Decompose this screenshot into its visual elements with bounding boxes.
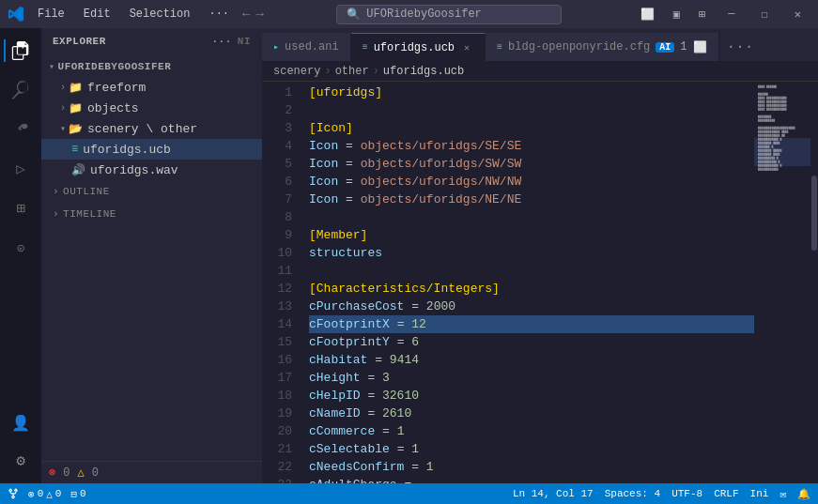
code-line[interactable]: Icon = objects/uforidgs/SE/SE [309, 137, 754, 155]
code-editor[interactable]: 1234567891011121314151617181920212223 [u… [262, 82, 818, 483]
layout-icon-3[interactable]: ⊞ [693, 8, 711, 22]
line-ending[interactable]: CRLF [714, 488, 738, 499]
layout-icon-2[interactable]: ▣ [668, 8, 686, 22]
minimap: ████ ██████ ██████ ████ ████████████ ███… [754, 82, 810, 483]
tab-close-btn[interactable]: ✕ [460, 41, 473, 54]
notification-icon[interactable]: 🔔 [797, 488, 810, 500]
warning-count-status: 0 [55, 488, 62, 499]
activity-source-control[interactable] [4, 113, 38, 146]
code-line[interactable]: Icon = objects/uforidgs/NE/NE [309, 191, 754, 208]
root-folder-label: UFORIDEBYGOOSIFER [58, 61, 172, 72]
tree-uforidgs-wav[interactable]: 🔊 uforidgs.wav [41, 160, 262, 180]
code-token: cAdultCharge [309, 476, 397, 483]
activity-settings[interactable]: ⚙ [4, 444, 38, 478]
ai-badge: AI [656, 42, 674, 53]
menu-edit[interactable]: Edit [76, 6, 118, 23]
status-no-lint[interactable]: ⊟ 0 [70, 488, 85, 500]
code-token: 1 [426, 458, 434, 476]
editor-scrollbar[interactable] [810, 82, 818, 483]
tab-used-ani[interactable]: ▸ used.ani [262, 33, 351, 61]
line-number: 22 [262, 458, 292, 476]
code-line[interactable] [309, 262, 754, 280]
language-mode[interactable]: Ini [750, 488, 769, 499]
tree-objects[interactable]: › 📁 objects [41, 98, 262, 118]
tree-freeform[interactable]: › 📁 freeform [41, 77, 262, 98]
warning-count: 0 [92, 466, 99, 480]
breadcrumb-scenery[interactable]: scenery [273, 65, 320, 78]
code-content[interactable]: [uforidgs] [Icon]Icon = objects/uforidgs… [301, 82, 754, 483]
activity-search[interactable] [4, 73, 38, 107]
code-line[interactable]: cHeight = 3 [309, 369, 754, 387]
vscode-icon [8, 6, 24, 23]
status-errors[interactable]: ⊗ 0 △ 0 [28, 488, 61, 500]
cursor-position[interactable]: Ln 14, Col 17 [513, 488, 594, 499]
code-line[interactable]: cFootprintX = 12 [309, 315, 754, 333]
code-token: structures [309, 244, 382, 262]
sidebar-more-icon[interactable]: ··· [211, 36, 231, 47]
code-line[interactable] [309, 208, 754, 226]
maximize-btn[interactable]: ☐ [752, 8, 778, 22]
code-line[interactable]: structures [309, 244, 754, 262]
activity-explorer[interactable] [4, 34, 38, 68]
tree-root[interactable]: ▾ UFORIDEBYGOOSIFER [41, 56, 262, 77]
menu-selection[interactable]: Selection [122, 6, 198, 23]
sidebar-timeline[interactable]: › Timeline [41, 203, 262, 225]
code-line[interactable]: cHabitat = 9414 [309, 351, 754, 369]
spaces-info[interactable]: Spaces: 4 [605, 488, 660, 499]
code-token: 32610 [382, 387, 419, 405]
code-line[interactable]: cNameID = 2610 [309, 405, 754, 422]
code-token: cNameID [309, 405, 361, 422]
tab-more-btn[interactable]: ··· [719, 33, 762, 61]
code-line[interactable]: cNeedsConfirm = 1 [309, 458, 754, 476]
code-line[interactable] [309, 101, 754, 119]
code-line[interactable]: cAdultCharge = ... [309, 476, 754, 483]
nav-forward[interactable]: → [255, 7, 263, 22]
code-line[interactable]: [Icon] [309, 119, 754, 137]
activity-run[interactable]: ▷ [4, 152, 38, 186]
code-line[interactable]: cCommerce = 1 [309, 422, 754, 440]
tab-bldg-openponyride[interactable]: ≡ bldg-openponyride.cfg AI 1 ⬜ [486, 33, 718, 61]
close-btn[interactable]: ✕ [785, 8, 810, 22]
line-number: 16 [262, 351, 292, 369]
activity-bar-bottom: 👤 ⚙ [4, 406, 38, 478]
code-line[interactable]: Icon = objects/uforidgs/SW/SW [309, 155, 754, 173]
freeform-label: freeform [87, 81, 146, 95]
code-token: = [361, 369, 382, 387]
line-number: 1 [262, 84, 292, 101]
layout-split-icon[interactable]: ⬜ [693, 40, 707, 54]
code-line[interactable]: [uforidgs] [309, 84, 754, 101]
code-token: = [338, 137, 360, 155]
code-line[interactable]: cSelectable = 1 [309, 440, 754, 458]
code-line[interactable]: cHelpID = 32610 [309, 387, 754, 405]
activity-extensions[interactable]: ⊞ [4, 191, 38, 225]
sidebar-outline[interactable]: › Outline [41, 180, 262, 203]
code-line[interactable]: cPurchaseCost = 2000 [309, 298, 754, 315]
search-input[interactable]: 🔍 UFORidebyGoosifer [336, 5, 562, 24]
tree-scenery-other[interactable]: ▾ 📂 scenery \ other [41, 118, 262, 139]
line-number: 19 [262, 405, 292, 422]
nav-back[interactable]: ← [242, 7, 250, 22]
chevron-down-icon: ▾ [49, 61, 55, 72]
code-line[interactable]: [Member] [309, 226, 754, 244]
menu-file[interactable]: File [30, 6, 72, 23]
code-token: = [404, 298, 425, 315]
feedback-icon[interactable]: ✉ [779, 488, 786, 500]
line-number: 10 [262, 244, 292, 262]
breadcrumb-other[interactable]: other [335, 65, 369, 78]
minimize-btn[interactable]: ─ [718, 8, 744, 21]
code-token: = [390, 315, 411, 333]
menu-more[interactable]: ··· [201, 6, 237, 23]
layout-icon-1[interactable]: ⬜ [635, 8, 660, 22]
activity-account[interactable]: 👤 [4, 406, 38, 440]
code-line[interactable]: cFootprintY = 6 [309, 333, 754, 351]
activity-remote[interactable]: ⊙ [4, 231, 38, 265]
code-token: = [375, 422, 396, 440]
breadcrumb-file[interactable]: uforidgs.ucb [383, 65, 464, 78]
encoding[interactable]: UTF-8 [671, 488, 702, 499]
code-line[interactable]: Icon = objects/uforidgs/NW/NW [309, 173, 754, 191]
tree-uforidgs-ucb[interactable]: ≡ uforidgs.ucb [41, 139, 262, 160]
code-line[interactable]: [Characteristics/Integers] [309, 280, 754, 298]
tab-uforidgs-ucb[interactable]: ≡ uforidgs.ucb ✕ [351, 33, 486, 61]
minimap-content: ████ ██████ ██████ ████ ████████████ ███… [754, 82, 810, 176]
git-branch[interactable] [8, 488, 19, 499]
